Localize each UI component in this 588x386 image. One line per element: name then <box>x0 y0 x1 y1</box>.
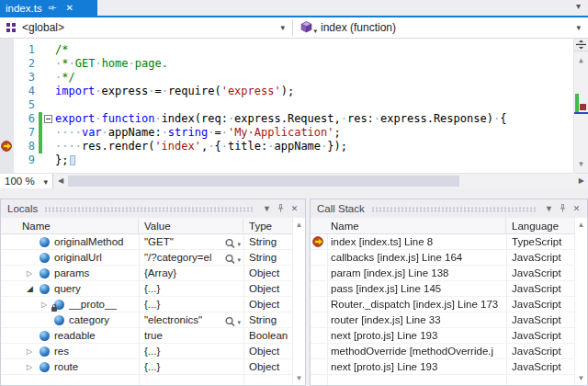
scope-dropdown[interactable]: <global> ▾ <box>0 17 292 38</box>
tab-list-overflow-icon[interactable]: ▾ <box>576 1 581 11</box>
close-icon[interactable]: ✕ <box>570 202 583 216</box>
name-cell: ▷params <box>1 266 139 281</box>
name-cell: ◢query <box>1 281 139 297</box>
code-line-2[interactable]: ·*·GET·home·page. <box>55 57 168 71</box>
expander-icon[interactable]: ▷ <box>41 297 47 312</box>
code-line-6[interactable]: export·function·index(req:·express.Reque… <box>55 112 506 126</box>
magnifier-icon[interactable]: ▾ <box>224 236 241 250</box>
close-icon[interactable]: ✕ <box>288 202 301 216</box>
value-cell: true <box>139 328 243 344</box>
expander-icon[interactable]: ◢ <box>27 281 33 297</box>
callstack-column-headers[interactable]: Name Language <box>311 218 574 234</box>
expander-icon[interactable]: ▷ <box>27 266 32 281</box>
code-line-1[interactable]: /* <box>55 43 68 57</box>
editor-vertical-scrollbar[interactable]: ▲ ▼ <box>573 39 588 173</box>
name-cell: ▷route <box>1 359 139 375</box>
locals-row-route[interactable]: ▷route{...}Object <box>1 359 292 375</box>
scroll-up-icon[interactable]: ▲ <box>574 53 588 67</box>
column-header-value[interactable]: Value <box>139 218 243 234</box>
code-line-8[interactable]: ····res.render('index',·{·title:·appName… <box>55 140 347 153</box>
locals-column-headers[interactable]: Name Value Type <box>1 218 292 234</box>
pin-icon[interactable] <box>274 202 288 216</box>
frame-name: pass [index.js] Line 145 <box>331 281 506 297</box>
chevron-down-icon[interactable]: ▾ <box>280 23 285 32</box>
column-header-name[interactable]: Name <box>311 218 506 234</box>
variable-value: {...} <box>144 361 160 372</box>
locals-row-__proto__[interactable]: ▷__proto__{...}Object <box>1 297 292 312</box>
end-of-buffer-marker <box>70 155 75 165</box>
variable-value: "GET" <box>144 234 174 250</box>
callstack-row-2[interactable]: param [index.js] Line 138JavaScript <box>311 266 574 281</box>
value-cell: {...} <box>139 281 243 297</box>
code-line-7[interactable]: ····var·appName:·string·=·'My·Applicatio… <box>55 126 341 140</box>
breakpoint-current-statement-icon[interactable] <box>1 141 14 155</box>
locals-row-params[interactable]: ▷params{Array}Object <box>1 266 292 281</box>
code-line-9[interactable]: }; <box>55 153 68 167</box>
scroll-down-icon[interactable]: ▼ <box>293 374 305 382</box>
tab-index-ts[interactable]: index.ts ✕ <box>0 0 97 16</box>
pin-icon[interactable] <box>48 3 59 14</box>
locals-row-readable[interactable]: readabletrueBoolean <box>1 328 292 344</box>
name-cell: readable <box>1 328 139 344</box>
variable-value: "electronics" <box>144 312 202 328</box>
member-dropdown[interactable]: ▾ index (function) ▾ <box>294 17 588 38</box>
callstack-row-7[interactable]: methodOverride [methodOverride.jJavaScri… <box>311 344 574 359</box>
scrollbar-thumb[interactable] <box>68 176 459 187</box>
pin-icon[interactable] <box>556 202 570 216</box>
callstack-row-5[interactable]: router [index.js] Line 33JavaScript <box>311 312 574 328</box>
close-icon[interactable]: ✕ <box>64 3 75 14</box>
scroll-up-icon[interactable]: ▲ <box>293 221 305 229</box>
frame-name: index [index.ts] Line 8 <box>331 234 506 250</box>
chevron-down-icon[interactable]: ▾ <box>237 252 241 266</box>
magnifier-icon[interactable]: ▾ <box>224 314 241 328</box>
window-menu-icon[interactable]: ▼ <box>260 202 274 216</box>
column-header-type[interactable]: Type <box>243 218 294 234</box>
code-editor[interactable]: 1/*2·*·GET·home·page.3·*/4import·express… <box>0 39 588 173</box>
callstack-row-3[interactable]: pass [index.js] Line 145JavaScript <box>311 281 574 297</box>
value-cell: {...} <box>139 359 243 375</box>
callstack-row-0[interactable]: index [index.ts] Line 8TypeScript <box>311 234 574 250</box>
locals-row-res[interactable]: ▷res{...}Object <box>1 344 292 359</box>
scroll-down-icon[interactable]: ▼ <box>574 157 588 171</box>
chevron-down-icon[interactable]: ▾ <box>237 314 241 328</box>
scroll-left-icon[interactable]: ◀ <box>58 176 63 185</box>
scroll-up-icon[interactable]: ▲ <box>575 221 587 229</box>
code-line-4[interactable]: import·express·=·require('express'); <box>55 85 294 98</box>
zoom-control[interactable]: 100 % ▾ <box>0 174 53 188</box>
callstack-row-8[interactable]: next [proto.js] Line 193JavaScript <box>311 359 574 375</box>
column-header-language[interactable]: Language <box>506 218 575 234</box>
callstack-row-4[interactable]: Router._dispatch [index.js] Line 173Java… <box>311 297 574 312</box>
magnifier-icon[interactable]: ▾ <box>224 252 241 266</box>
locals-vertical-scrollbar[interactable]: ▲ ▼ <box>292 218 305 385</box>
callstack-row-1[interactable]: callbacks [index.js] Line 164JavaScript <box>311 250 574 266</box>
scroll-down-icon[interactable]: ▼ <box>575 374 587 382</box>
code-line-3[interactable]: ·*/ <box>55 71 75 85</box>
field-icon <box>40 346 50 357</box>
drag-grip[interactable] <box>371 207 536 212</box>
column-header-name[interactable]: Name <box>1 218 139 234</box>
field-icon <box>40 268 50 278</box>
value-cell: "GET"▾ <box>139 234 243 250</box>
variable-value: "/?category=el <box>144 250 211 266</box>
locals-row-query[interactable]: ◢query{...}Object <box>1 281 292 297</box>
chevron-down-icon[interactable]: ▾ <box>576 23 581 32</box>
editor-horizontal-scrollbar[interactable]: 100 % ▾ ◀ ▶ <box>0 173 588 188</box>
magnifier-icon[interactable] <box>457 164 499 173</box>
scroll-right-icon[interactable]: ▶ <box>579 176 584 185</box>
locals-row-category[interactable]: category"electronics"▾String <box>1 312 292 328</box>
drag-grip[interactable] <box>44 207 254 212</box>
splitter-handle-icon[interactable] <box>574 39 588 51</box>
window-menu-icon[interactable]: ▼ <box>542 202 556 216</box>
fold-collapse-icon[interactable] <box>44 115 52 123</box>
locals-row-originalMethod[interactable]: originalMethod"GET"▾String <box>1 234 292 250</box>
chevron-down-icon[interactable]: ▾ <box>43 177 48 187</box>
callstack-row-6[interactable]: next [proto.js] Line 193JavaScript <box>311 328 574 344</box>
callstack-title-bar[interactable]: Call Stack ▼ ✕ <box>311 199 587 218</box>
expander-icon[interactable]: ▷ <box>27 359 32 375</box>
locals-title-bar[interactable]: Locals ▼ ✕ <box>1 199 305 218</box>
chevron-down-icon[interactable]: ▾ <box>237 236 241 250</box>
locals-row-originalUrl[interactable]: originalUrl"/?category=el▾String <box>1 250 292 266</box>
callstack-vertical-scrollbar[interactable]: ▲ ▼ <box>574 218 587 385</box>
expander-icon[interactable]: ▷ <box>27 344 32 359</box>
line-number: 4 <box>15 85 35 98</box>
